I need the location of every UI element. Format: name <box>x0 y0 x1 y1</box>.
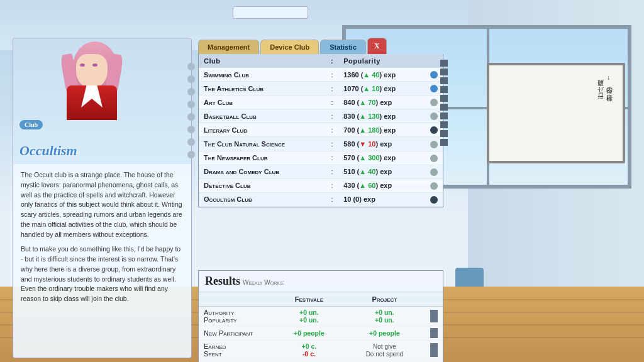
side-rect <box>440 69 448 75</box>
dot-cell <box>425 165 443 178</box>
tab-statistic[interactable]: Statistic <box>320 40 366 54</box>
col-side <box>425 292 443 307</box>
club-name-cell: Occultism Club <box>199 192 326 206</box>
table-row[interactable]: Swimming Club : 1360 (▲ 40) exp <box>199 68 443 82</box>
results-row-result: Result Failure! Failure! <box>199 360 443 363</box>
popularity-cell: 570 (▲ 300) exp <box>338 151 425 165</box>
project-participant: +0 people <box>344 326 425 341</box>
side-rect <box>440 104 448 111</box>
side-rect <box>440 121 448 128</box>
separator-cell: : <box>326 151 338 165</box>
popularity-cell: 1070 (▲ 10) exp <box>338 82 425 96</box>
participant-label: New Participant <box>199 326 274 341</box>
festivale-earned: +0 c. -0 c. <box>274 341 344 360</box>
side-rect <box>440 95 448 102</box>
popularity-cell: 430 (▲ 60) exp <box>338 178 425 192</box>
authority-label: AuthorityPopularity <box>199 307 274 326</box>
table-row[interactable]: Art Club : 840 (▲ 70) exp <box>199 96 443 109</box>
nav-dots-left <box>187 63 195 158</box>
festivale-participant: +0 people <box>274 326 344 341</box>
club-name-cell: Basketball Club <box>199 109 326 123</box>
club-table: Club : Popularity Swimming Club : 1360 (… <box>199 54 443 207</box>
description-para-1: The Occult club is a strange place. The … <box>21 170 184 239</box>
project-authority: +0 un. +0 un. <box>344 307 425 326</box>
main-panel: Management Device Club Statistic X Club … <box>198 38 443 207</box>
col-header-festivale: Festivale <box>274 292 344 307</box>
character-area: Club Occultism <box>13 38 191 164</box>
ceiling-light <box>233 6 308 19</box>
tab-device-club[interactable]: Device Club <box>260 40 319 54</box>
description-para-2: But to make you do something like this, … <box>21 244 184 304</box>
dot-cell <box>425 192 443 206</box>
table-row[interactable]: The Club Natural Science : 580 (▼ 10) ex… <box>199 137 443 151</box>
club-name-cell: The Athletics Club <box>199 82 326 96</box>
nav-dot[interactable] <box>187 126 195 133</box>
results-panel: Results Weekly Works: Festivale Project … <box>198 270 443 362</box>
whiteboard: → 今日の目標 遊びゼロ!! <box>487 63 625 163</box>
nav-dot[interactable] <box>187 75 195 83</box>
nav-dot[interactable] <box>187 88 195 96</box>
club-name-cell: The Club Natural Science <box>199 137 326 151</box>
side-rect <box>440 130 448 137</box>
club-name-cell: Drama and Comedy Club <box>199 165 326 178</box>
nav-dot[interactable] <box>187 138 195 146</box>
project-result: Failure! <box>344 360 425 363</box>
popularity-cell: 840 (▲ 70) exp <box>338 96 425 109</box>
separator-cell: : <box>326 68 338 82</box>
description-text: The Occult club is a strange place. The … <box>13 164 191 310</box>
table-row[interactable]: Occultism Club : 10 (0) exp <box>199 192 443 206</box>
popularity-cell: 700 (▲ 180) exp <box>338 123 425 137</box>
separator-cell: : <box>326 109 338 123</box>
separator-cell: : <box>326 192 338 206</box>
dot-cell <box>425 151 443 165</box>
popularity-cell: 10 (0) exp <box>338 192 425 206</box>
club-name-cell: Swimming Club <box>199 68 326 82</box>
festivale-result: Failure! <box>274 360 344 363</box>
side-rect <box>440 139 448 146</box>
nav-dot[interactable] <box>187 151 195 158</box>
table-row[interactable]: Basketball Club : 830 (▲ 130) exp <box>199 109 443 123</box>
tab-management[interactable]: Management <box>198 40 259 54</box>
separator-cell: : <box>326 137 338 151</box>
table-row[interactable]: The Athletics Club : 1070 (▲ 10) exp <box>199 82 443 96</box>
table-row[interactable]: Detective Club : 430 (▲ 60) exp <box>199 178 443 192</box>
table-header-row: Club : Popularity <box>199 54 443 68</box>
separator-cell: : <box>326 123 338 137</box>
popularity-cell: 580 (▼ 10) exp <box>338 137 425 151</box>
club-name-cell: Literary Club <box>199 123 326 137</box>
nav-dot[interactable] <box>187 113 195 121</box>
popularity-cell: 510 (▲ 40) exp <box>338 165 425 178</box>
table-row[interactable]: Literary Club : 700 (▲ 180) exp <box>199 123 443 137</box>
results-subtitle: Weekly Works: <box>243 279 284 286</box>
project-earned: Not give Do not spend <box>344 341 425 360</box>
result-label: Result <box>199 360 274 363</box>
table-row[interactable]: The Newspaper Club : 570 (▲ 300) exp <box>199 151 443 165</box>
separator-cell: : <box>326 178 338 192</box>
character-sprite <box>64 41 120 117</box>
col-header-empty <box>199 292 274 307</box>
results-header: Results Weekly Works: <box>199 271 443 292</box>
left-panel: Club Occultism The Occult club is a stra… <box>13 38 192 358</box>
club-name-cell: The Newspaper Club <box>199 151 326 165</box>
separator-cell: : <box>326 82 338 96</box>
festivale-authority: +0 un. +0 un. <box>274 307 344 326</box>
separator-cell: : <box>326 165 338 178</box>
popularity-cell: 830 (▲ 130) exp <box>338 109 425 123</box>
results-row-participant: New Participant +0 people +0 people <box>199 326 443 341</box>
popularity-cell: 1360 (▲ 40) exp <box>338 68 425 82</box>
club-table-container: Club : Popularity Swimming Club : 1360 (… <box>198 54 443 207</box>
nav-dot[interactable] <box>187 101 195 108</box>
results-row-authority: AuthorityPopularity +0 un. +0 un. +0 un.… <box>199 307 443 326</box>
tab-close[interactable]: X <box>367 38 387 54</box>
club-badge: Club <box>19 120 43 129</box>
nav-dot[interactable] <box>187 63 195 70</box>
table-row[interactable]: Drama and Comedy Club : 510 (▲ 40) exp <box>199 165 443 178</box>
side-indicators <box>440 60 448 146</box>
separator-cell: : <box>326 96 338 109</box>
side-rect <box>440 60 448 67</box>
col-header-popularity: Popularity <box>338 54 425 68</box>
whiteboard-text: → 今日の目標 遊びゼロ!! <box>596 75 613 99</box>
results-row-earned: EarnedSpent +0 c. -0 c. Not give Do not … <box>199 341 443 360</box>
club-name-cell: Art Club <box>199 96 326 109</box>
results-title: Results <box>205 275 240 287</box>
